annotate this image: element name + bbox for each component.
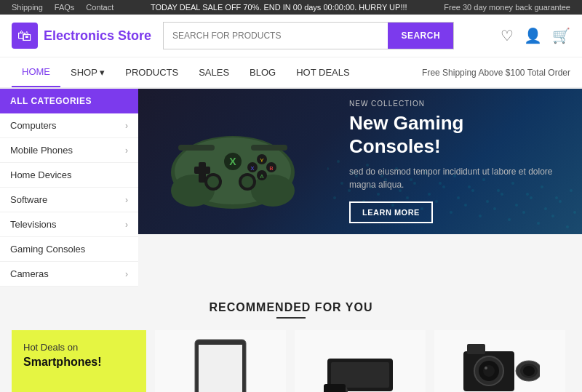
product-card-tablet: ♡ ADD TO WISHLIST 🛒 👁 Real Tab Real Tab … bbox=[155, 330, 286, 392]
nav-hot-deals[interactable]: HOT DEALS bbox=[286, 57, 359, 87]
main-content: ALL CATEGORIES Computers › Mobile Phones… bbox=[0, 89, 582, 287]
svg-text:B: B bbox=[269, 165, 273, 172]
account-icon[interactable]: 👤 bbox=[524, 27, 542, 44]
learn-more-button[interactable]: LEARN MORE bbox=[349, 201, 433, 223]
sidebar-item-software[interactable]: Software › bbox=[0, 188, 138, 212]
svg-point-86 bbox=[483, 365, 495, 377]
hot-deals-main: Smartphones! bbox=[23, 356, 135, 369]
product-image-camera bbox=[434, 330, 565, 392]
sidebar-label: Gaming Consoles bbox=[10, 244, 85, 255]
svg-point-32 bbox=[559, 200, 562, 203]
sidebar-label: Computers bbox=[10, 120, 57, 131]
product-card-camera: Canon 3000D DSLR Camera, 18-55mm Lens bbox=[434, 330, 565, 392]
sidebar-header: ALL CATEGORIES bbox=[0, 89, 138, 113]
svg-point-33 bbox=[573, 211, 576, 214]
hot-deals-pre: Hot Deals on bbox=[23, 342, 135, 353]
sidebar-item-home-devices[interactable]: Home Devices bbox=[0, 163, 138, 188]
sidebar-item-computers[interactable]: Computers › bbox=[0, 113, 138, 138]
search-input[interactable] bbox=[164, 23, 388, 49]
nav-products[interactable]: PRODUCTS bbox=[115, 57, 188, 87]
controller-image: X Y B X A bbox=[160, 103, 306, 220]
svg-point-51 bbox=[570, 189, 573, 192]
svg-rect-73 bbox=[251, 145, 287, 151]
section-title: RECOMMENDED FOR YOU bbox=[12, 301, 570, 314]
sidebar-label: Software bbox=[10, 194, 47, 205]
svg-point-0 bbox=[333, 196, 336, 199]
sidebar-arrow-televisions: › bbox=[125, 220, 128, 230]
product-grid: Hot Deals on Smartphones! 📱 ♡ ADD TO WIS… bbox=[12, 330, 570, 392]
svg-rect-67 bbox=[194, 167, 210, 174]
sidebar-arrow-mobile: › bbox=[125, 145, 128, 156]
logo-icon: 🛍 bbox=[12, 23, 38, 49]
nav-sales[interactable]: SALES bbox=[188, 57, 239, 87]
product-image-tablet: ♡ ADD TO WISHLIST 🛒 👁 bbox=[155, 330, 286, 392]
hero-banner: X Y B X A bbox=[138, 89, 582, 234]
svg-text:X: X bbox=[229, 156, 236, 167]
top-bar: Shipping FAQs Contact TODAY DEAL SALE OF… bbox=[0, 0, 582, 15]
svg-point-69 bbox=[207, 176, 219, 188]
svg-point-17 bbox=[340, 182, 343, 185]
sidebar-arrow-cameras: › bbox=[125, 269, 128, 279]
wishlist-icon[interactable]: ♡ bbox=[501, 27, 514, 44]
sidebar-label: Cameras bbox=[10, 268, 49, 279]
nav-left: HOME SHOP ▾ PRODUCTS SALES BLOG HOT DEAL… bbox=[12, 57, 360, 87]
hero-subtitle: NEW COLLECTION bbox=[349, 100, 553, 108]
nav-home[interactable]: HOME bbox=[12, 57, 60, 87]
svg-point-50 bbox=[555, 196, 558, 199]
svg-point-35 bbox=[337, 160, 340, 163]
xbox-icon bbox=[324, 344, 396, 392]
svg-point-87 bbox=[485, 367, 487, 369]
recommended-section: RECOMMENDED FOR YOU Hot Deals on Smartph… bbox=[0, 287, 582, 392]
sidebar-item-mobile-phones[interactable]: Mobile Phones › bbox=[0, 138, 138, 163]
svg-rect-72 bbox=[178, 145, 215, 151]
nav-blog[interactable]: BLOG bbox=[239, 57, 286, 87]
logo-text: Electronics Store bbox=[44, 28, 151, 44]
sidebar-item-cameras[interactable]: Cameras › bbox=[0, 262, 138, 287]
sidebar: ALL CATEGORIES Computers › Mobile Phones… bbox=[0, 89, 138, 287]
top-bar-guarantee: Free 30 day money back guarantee bbox=[444, 3, 570, 12]
controller-svg: X Y B X A bbox=[164, 107, 302, 216]
hero-description: sed do eiusmod tempor incididunt ut labo… bbox=[349, 165, 553, 191]
cart-icon[interactable]: 🛒 bbox=[552, 27, 570, 44]
section-underline bbox=[276, 317, 306, 319]
top-bar-left: Shipping FAQs Contact bbox=[12, 3, 113, 12]
svg-text:X: X bbox=[250, 165, 255, 172]
top-bar-deal: TODAY DEAL SALE OFF 70%. END IN 00 days … bbox=[151, 3, 407, 12]
search-bar: SEARCH bbox=[163, 22, 454, 49]
svg-point-55 bbox=[251, 175, 295, 207]
hero-text: NEW COLLECTION New Gaming Consoles! sed … bbox=[349, 100, 553, 223]
header-icons: ♡ 👤 🛒 bbox=[501, 27, 570, 44]
product-image-xbox: ♡ ADD TO WISHLIST 🛒 👁 bbox=[295, 330, 426, 392]
product-card-xbox: ♡ ADD TO WISHLIST 🛒 👁 Xbox Xbox Series O… bbox=[295, 330, 426, 392]
hot-deals-card[interactable]: Hot Deals on Smartphones! 📱 bbox=[12, 330, 146, 392]
svg-rect-81 bbox=[324, 384, 346, 392]
svg-point-71 bbox=[242, 176, 253, 188]
svg-text:A: A bbox=[260, 173, 264, 180]
svg-point-16 bbox=[566, 225, 569, 228]
search-button[interactable]: SEARCH bbox=[388, 23, 453, 49]
sidebar-label: Home Devices bbox=[10, 169, 72, 180]
shipping-link[interactable]: Shipping bbox=[12, 3, 43, 12]
sidebar-label: Mobile Phones bbox=[10, 145, 73, 156]
tablet-icon bbox=[191, 336, 250, 392]
svg-rect-78 bbox=[331, 362, 389, 388]
svg-text:Y: Y bbox=[260, 157, 264, 164]
svg-point-90 bbox=[523, 366, 535, 376]
logo[interactable]: 🛍 Electronics Store bbox=[12, 23, 151, 49]
svg-point-34 bbox=[327, 167, 329, 170]
svg-rect-83 bbox=[467, 344, 485, 354]
nav-shop[interactable]: SHOP ▾ bbox=[60, 57, 115, 87]
sidebar-arrow-software: › bbox=[125, 195, 128, 205]
sidebar-label: Televisions bbox=[10, 219, 57, 230]
camera-icon bbox=[460, 340, 540, 393]
svg-rect-75 bbox=[199, 345, 242, 392]
sidebar-arrow-computers: › bbox=[125, 121, 128, 131]
faqs-link[interactable]: FAQs bbox=[55, 3, 75, 12]
hero-title: New Gaming Consoles! bbox=[349, 112, 553, 157]
header: 🛍 Electronics Store SEARCH ♡ 👤 🛒 bbox=[0, 15, 582, 57]
nav-bar: HOME SHOP ▾ PRODUCTS SALES BLOG HOT DEAL… bbox=[0, 57, 582, 89]
sidebar-item-gaming-consoles[interactable]: Gaming Consoles bbox=[0, 237, 138, 262]
contact-link[interactable]: Contact bbox=[86, 3, 113, 12]
sidebar-item-televisions[interactable]: Televisions › bbox=[0, 212, 138, 237]
nav-shipping-info: Free Shipping Above $100 Total Order bbox=[422, 68, 570, 78]
